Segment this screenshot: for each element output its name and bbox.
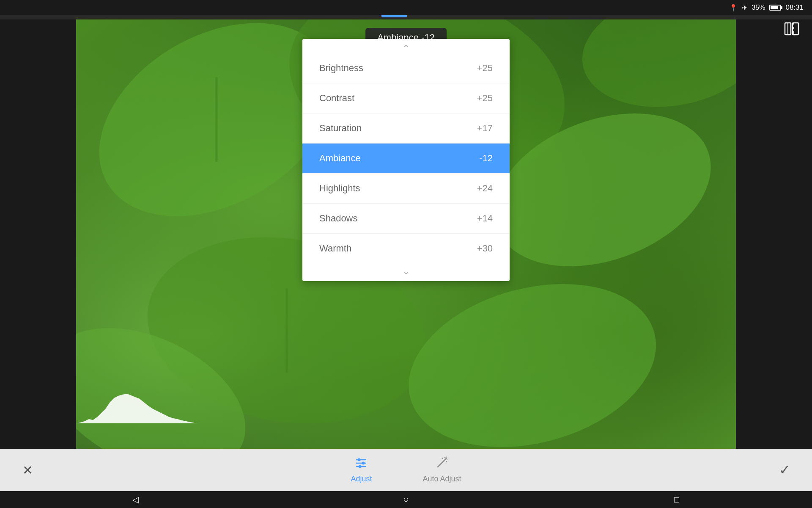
menu-label-brightness: Brightness — [319, 63, 363, 74]
battery-percent: 35% — [752, 4, 765, 11]
recent-icon: □ — [674, 495, 679, 505]
svg-line-27 — [446, 457, 447, 458]
menu-value-shadows: +14 — [477, 213, 493, 224]
adjust-icon — [355, 456, 368, 472]
auto-adjust-icon — [436, 456, 448, 472]
battery-indicator — [769, 5, 781, 11]
adjust-button[interactable]: Adjust — [325, 456, 397, 483]
menu-item-warmth[interactable]: Warmth+30 — [302, 233, 510, 263]
menu-item-brightness[interactable]: Brightness+25 — [302, 53, 510, 83]
svg-line-29 — [446, 461, 447, 462]
status-time: 08:31 — [785, 3, 804, 12]
back-button[interactable]: ◁ — [123, 491, 148, 508]
location-icon: 📍 — [729, 4, 738, 12]
histogram-area — [76, 389, 237, 423]
svg-point-20 — [362, 462, 365, 465]
cancel-button[interactable]: ✕ — [17, 459, 38, 480]
menu-label-shadows: Shadows — [319, 213, 358, 224]
menu-item-saturation[interactable]: Saturation+17 — [302, 113, 510, 143]
menu-item-contrast[interactable]: Contrast+25 — [302, 83, 510, 113]
svg-point-6 — [573, 19, 736, 121]
menu-label-saturation: Saturation — [319, 123, 362, 134]
confirm-button[interactable]: ✓ — [774, 459, 795, 480]
menu-value-highlights: +24 — [477, 183, 493, 194]
svg-point-22 — [359, 465, 362, 468]
adjust-label: Adjust — [351, 475, 372, 483]
svg-point-18 — [358, 458, 361, 461]
nav-bar: ◁ ○ □ — [0, 491, 812, 508]
auto-adjust-label: Auto Adjust — [422, 475, 461, 483]
photo-area: Ambiance -12 ⌃ Brightness+25Contrast+25S… — [76, 19, 736, 466]
svg-marker-10 — [76, 394, 237, 423]
menu-value-warmth: +30 — [477, 243, 493, 254]
menu-item-shadows[interactable]: Shadows+14 — [302, 203, 510, 233]
panel-arrow-down: ⌄ — [302, 263, 510, 281]
scrubber-indicator — [381, 15, 407, 17]
menu-item-highlights[interactable]: Highlights+24 — [302, 173, 510, 203]
menu-label-highlights: Highlights — [319, 183, 360, 194]
status-icons: 📍 ✈ 35% 08:31 — [729, 3, 804, 12]
menu-value-brightness: +25 — [477, 63, 493, 74]
home-button[interactable]: ○ — [393, 491, 419, 508]
svg-point-4 — [390, 258, 675, 466]
home-icon: ○ — [403, 494, 409, 505]
recent-button[interactable]: □ — [664, 491, 689, 508]
scrubber-bar[interactable] — [0, 15, 812, 19]
airplane-icon: ✈ — [742, 4, 747, 12]
menu-value-saturation: +17 — [477, 123, 493, 134]
menu-label-contrast: Contrast — [319, 93, 354, 104]
bottom-toolbar: ✕ Adjust — [0, 449, 812, 491]
svg-line-24 — [444, 458, 446, 461]
compare-icon[interactable] — [784, 21, 799, 39]
menu-value-contrast: +25 — [477, 93, 493, 104]
svg-line-28 — [442, 458, 443, 459]
menu-label-warmth: Warmth — [319, 243, 351, 254]
status-bar: 📍 ✈ 35% 08:31 — [0, 0, 812, 15]
confirm-label: ✓ — [779, 462, 790, 478]
back-icon: ◁ — [132, 494, 139, 505]
adjustment-panel[interactable]: ⌃ Brightness+25Contrast+25Saturation+17A… — [302, 39, 510, 281]
menu-value-ambiance: -12 — [479, 153, 493, 164]
cancel-label: ✕ — [22, 463, 33, 478]
auto-adjust-button[interactable]: Auto Adjust — [397, 456, 486, 483]
svg-line-23 — [438, 461, 444, 467]
menu-label-ambiance: Ambiance — [319, 153, 361, 164]
panel-arrow-up: ⌃ — [302, 39, 510, 53]
menu-item-ambiance[interactable]: Ambiance-12 — [302, 143, 510, 173]
